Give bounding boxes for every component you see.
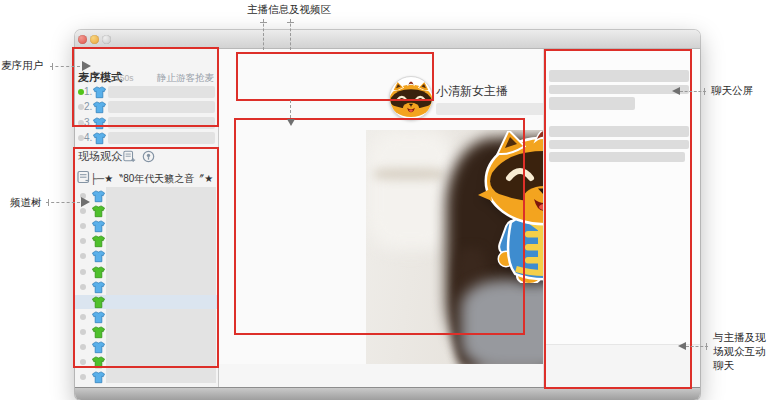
- tree-member-row[interactable]: [75, 370, 217, 384]
- mic-mode-status: 静止游客抢麦: [157, 72, 214, 85]
- annotation-tick: [704, 88, 705, 95]
- tree-member-row[interactable]: [75, 204, 217, 218]
- down-arrow-icon: [287, 119, 295, 126]
- mic-slot[interactable]: 1.: [75, 85, 217, 99]
- annotation-line: [290, 19, 291, 50]
- shirt-icon: [92, 249, 105, 262]
- mic-slot-name-placeholder: [108, 132, 215, 144]
- mic-slot-number: 2.: [84, 101, 92, 112]
- window-titlebar[interactable]: [75, 30, 700, 49]
- status-dot-icon: [80, 269, 86, 275]
- shirt-icon: [92, 234, 105, 247]
- status-dot-icon: [80, 344, 86, 350]
- shirt-icon: [93, 100, 106, 113]
- location-icon[interactable]: [142, 149, 155, 167]
- channel-name[interactable]: ├─★〝80年代天籁之音〞★: [90, 172, 213, 186]
- window-content: 麦序模式 150s 静止游客抢麦 1.2.3.4. 现场观众 ├─★〝80年代天…: [75, 49, 700, 388]
- annotation-line: [46, 202, 80, 203]
- mic-slot[interactable]: 3.: [75, 116, 217, 130]
- chat-input-area[interactable]: [544, 345, 700, 388]
- close-button[interactable]: [78, 35, 87, 44]
- annotation-line: [686, 346, 708, 347]
- status-dot-icon: [80, 359, 86, 365]
- annotation-label-mic-users: 麦序用户: [1, 59, 43, 73]
- annotation-label-interact: 与主播及现: [713, 331, 766, 345]
- video-toolbar: [219, 364, 543, 388]
- tree-member-row[interactable]: [75, 219, 217, 233]
- annotation-tick: [260, 22, 267, 23]
- audience-label: 现场观众: [78, 149, 122, 164]
- member-list-icon[interactable]: [123, 149, 136, 167]
- annotation-tick: [287, 22, 294, 23]
- mic-slot-number: 1.: [84, 86, 92, 97]
- shirt-icon: [92, 295, 105, 308]
- annotation-label-interact: 聊天: [713, 359, 734, 373]
- annotation-line: [263, 19, 264, 50]
- shirt-icon: [92, 340, 105, 353]
- tree-member-row[interactable]: [75, 340, 217, 354]
- status-dot-icon: [80, 223, 86, 229]
- annotation-tick: [48, 199, 49, 206]
- tree-member-row[interactable]: [75, 310, 217, 324]
- left-panel: 麦序模式 150s 静止游客抢麦 1.2.3.4. 现场观众 ├─★〝80年代天…: [75, 49, 219, 388]
- mic-slot[interactable]: 2.: [75, 100, 217, 114]
- annotation-label-interact: 场观众互动: [713, 345, 766, 359]
- left-arrow-icon: [678, 342, 686, 350]
- status-dot-icon: [80, 253, 86, 259]
- channel-list-icon[interactable]: [77, 170, 90, 188]
- shirt-icon: [92, 280, 105, 293]
- mic-slot-name-placeholder: [108, 117, 215, 129]
- zoom-button[interactable]: [102, 35, 111, 44]
- tree-member-row-selected[interactable]: [75, 295, 217, 309]
- chat-message-placeholder: [549, 85, 689, 94]
- shirt-icon: [93, 131, 106, 144]
- tree-member-row[interactable]: [75, 280, 217, 294]
- annotation-label-video: 主播信息及视频区: [247, 3, 331, 17]
- anchor-avatar[interactable]: [389, 76, 433, 120]
- chat-message-placeholder: [549, 97, 635, 110]
- tree-member-row[interactable]: [75, 325, 217, 339]
- window-statusbar: [75, 387, 700, 400]
- annotation-line: [680, 91, 706, 92]
- tree-member-row[interactable]: [75, 355, 217, 369]
- photo-bg-line: [374, 168, 444, 180]
- status-dot-icon: [80, 238, 86, 244]
- tree-member-row[interactable]: [75, 249, 217, 263]
- status-dot-icon: [80, 374, 86, 380]
- chat-message-placeholder: [549, 126, 689, 137]
- chat-message-placeholder: [549, 70, 689, 82]
- status-dot-icon: [80, 329, 86, 335]
- status-dot-icon: [80, 284, 86, 290]
- annotation-label-chat-screen: 聊天公屏: [711, 84, 753, 98]
- app-window: 麦序模式 150s 静止游客抢麦 1.2.3.4. 现场观众 ├─★〝80年代天…: [75, 30, 700, 400]
- mic-slot[interactable]: 4.: [75, 131, 217, 145]
- chat-panel[interactable]: [543, 49, 700, 388]
- tree-member-row[interactable]: [75, 189, 217, 203]
- tree-member-row[interactable]: [75, 234, 217, 248]
- anchor-name: 小清新女主播: [436, 83, 508, 100]
- shirt-icon: [92, 265, 105, 278]
- annotated-screenshot: 麦序模式 150s 静止游客抢麦 1.2.3.4. 现场观众 ├─★〝80年代天…: [0, 0, 767, 400]
- mic-slot-number: 3.: [84, 117, 92, 128]
- shirt-icon: [92, 204, 105, 217]
- annotation-tick: [706, 343, 707, 350]
- shirt-icon: [92, 370, 105, 383]
- annotation-line: [50, 66, 80, 67]
- shirt-icon: [92, 219, 105, 232]
- shirt-icon: [92, 189, 105, 202]
- tree-member-row[interactable]: [75, 265, 217, 279]
- shirt-icon: [92, 355, 105, 368]
- annotation-line: [290, 100, 291, 118]
- annotation-tick: [52, 63, 53, 70]
- status-dot-icon: [80, 314, 86, 320]
- right-arrow-icon: [81, 197, 90, 207]
- annotation-label-channel-tree: 频道树: [10, 196, 42, 210]
- mic-timer: 150s: [115, 73, 133, 83]
- center-panel: 小清新女主播: [219, 49, 543, 388]
- photo-bg-wall: [366, 130, 456, 250]
- mic-slot-number: 4.: [84, 132, 92, 143]
- minimize-button[interactable]: [90, 35, 99, 44]
- shirt-icon: [93, 85, 106, 98]
- shirt-icon: [92, 310, 105, 323]
- shirt-icon: [93, 116, 106, 129]
